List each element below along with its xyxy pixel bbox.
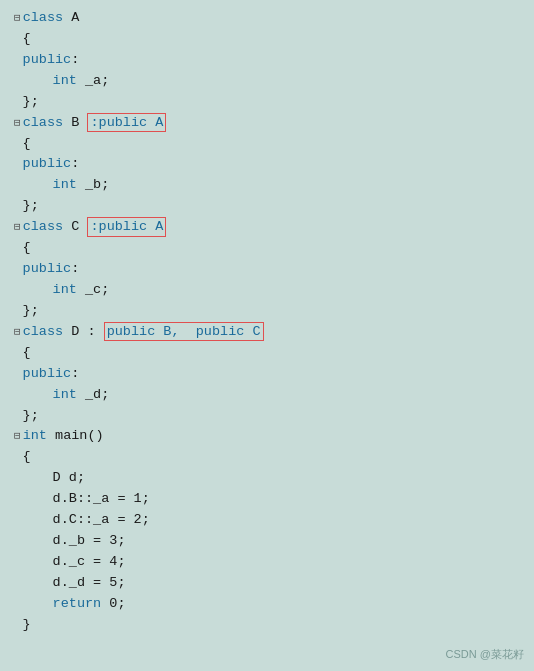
code-line: { xyxy=(14,343,524,364)
fold-marker xyxy=(14,408,21,425)
fold-marker xyxy=(14,73,21,90)
code-token: public xyxy=(23,259,72,280)
fold-marker xyxy=(14,512,21,529)
code-line: }; xyxy=(14,301,524,322)
inheritance-highlight: public B, public C xyxy=(104,322,264,342)
code-line: d.B::_a = 1; xyxy=(14,489,524,510)
fold-marker xyxy=(14,94,21,111)
code-token: } xyxy=(23,615,31,636)
code-line: int _d; xyxy=(14,385,524,406)
code-token: int xyxy=(53,175,77,196)
code-token: int xyxy=(23,426,47,447)
fold-marker: ⊟ xyxy=(14,428,21,445)
code-token: public xyxy=(23,154,72,175)
fold-marker xyxy=(14,596,21,613)
code-token: d._c = 4; xyxy=(53,552,126,573)
fold-marker xyxy=(14,491,21,508)
code-token: return xyxy=(53,594,102,615)
inheritance-highlight: :public A xyxy=(87,217,166,237)
code-token: main() xyxy=(47,426,104,447)
code-line: ⊟class A xyxy=(14,8,524,29)
fold-marker xyxy=(14,52,21,69)
code-line: { xyxy=(14,134,524,155)
fold-marker xyxy=(14,261,21,278)
fold-marker: ⊟ xyxy=(14,219,21,236)
fold-marker xyxy=(14,345,21,362)
code-line: { xyxy=(14,447,524,468)
code-token: class xyxy=(23,8,64,29)
code-token: }; xyxy=(23,301,39,322)
code-line: d.C::_a = 2; xyxy=(14,510,524,531)
code-token: { xyxy=(23,238,31,259)
fold-marker: ⊟ xyxy=(14,115,21,132)
code-line: d._c = 4; xyxy=(14,552,524,573)
fold-marker xyxy=(14,387,21,404)
code-token: _d; xyxy=(77,385,109,406)
fold-marker: ⊟ xyxy=(14,10,21,27)
code-line: public: xyxy=(14,154,524,175)
code-token: int xyxy=(53,280,77,301)
code-token: d.C::_a = 2; xyxy=(53,510,150,531)
code-line: }; xyxy=(14,406,524,427)
code-token: 0; xyxy=(101,594,125,615)
code-token: { xyxy=(23,447,31,468)
code-line: public: xyxy=(14,364,524,385)
code-line: ⊟class C :public A xyxy=(14,217,524,238)
code-line: int _c; xyxy=(14,280,524,301)
fold-marker xyxy=(14,31,21,48)
code-token: class xyxy=(23,217,64,238)
code-token: D d; xyxy=(53,468,85,489)
code-line: }; xyxy=(14,196,524,217)
code-line: } xyxy=(14,615,524,636)
inheritance-highlight: :public A xyxy=(87,113,166,133)
code-token: }; xyxy=(23,92,39,113)
fold-marker xyxy=(14,449,21,466)
fold-marker xyxy=(14,156,21,173)
fold-marker xyxy=(14,177,21,194)
code-token: }; xyxy=(23,196,39,217)
code-token: : xyxy=(71,364,79,385)
code-token: : xyxy=(71,50,79,71)
fold-marker xyxy=(14,533,21,550)
fold-marker xyxy=(14,575,21,592)
code-token: int xyxy=(53,71,77,92)
fold-marker xyxy=(14,366,21,383)
fold-marker xyxy=(14,240,21,257)
code-token: d._d = 5; xyxy=(53,573,126,594)
fold-marker xyxy=(14,282,21,299)
code-token: class xyxy=(23,322,64,343)
code-token: _b; xyxy=(77,175,109,196)
code-token: d.B::_a = 1; xyxy=(53,489,150,510)
code-token: _c; xyxy=(77,280,109,301)
code-token: class xyxy=(23,113,64,134)
code-token: D : xyxy=(63,322,104,343)
code-token: public xyxy=(23,50,72,71)
code-line: public: xyxy=(14,50,524,71)
fold-marker: ⊟ xyxy=(14,324,21,341)
code-token: { xyxy=(23,29,31,50)
code-line: ⊟int main() xyxy=(14,426,524,447)
code-token: public xyxy=(23,364,72,385)
code-token: A xyxy=(63,8,79,29)
code-line: ⊟class D : public B, public C xyxy=(14,322,524,343)
code-line: { xyxy=(14,238,524,259)
code-line: { xyxy=(14,29,524,50)
fold-marker xyxy=(14,136,21,153)
code-token: : xyxy=(71,154,79,175)
code-editor: ⊟class A { public: int _a; };⊟class B :p… xyxy=(0,0,534,644)
fold-marker xyxy=(14,198,21,215)
code-token: int xyxy=(53,385,77,406)
code-line: int _a; xyxy=(14,71,524,92)
code-token: { xyxy=(23,134,31,155)
code-line: int _b; xyxy=(14,175,524,196)
code-token: }; xyxy=(23,406,39,427)
code-token: d._b = 3; xyxy=(53,531,126,552)
code-line: public: xyxy=(14,259,524,280)
code-token: _a; xyxy=(77,71,109,92)
code-line: d._d = 5; xyxy=(14,573,524,594)
code-token: B xyxy=(63,113,87,134)
code-token: { xyxy=(23,343,31,364)
code-line: ⊟class B :public A xyxy=(14,113,524,134)
watermark: CSDN @菜花籽 xyxy=(446,646,524,663)
fold-marker xyxy=(14,303,21,320)
